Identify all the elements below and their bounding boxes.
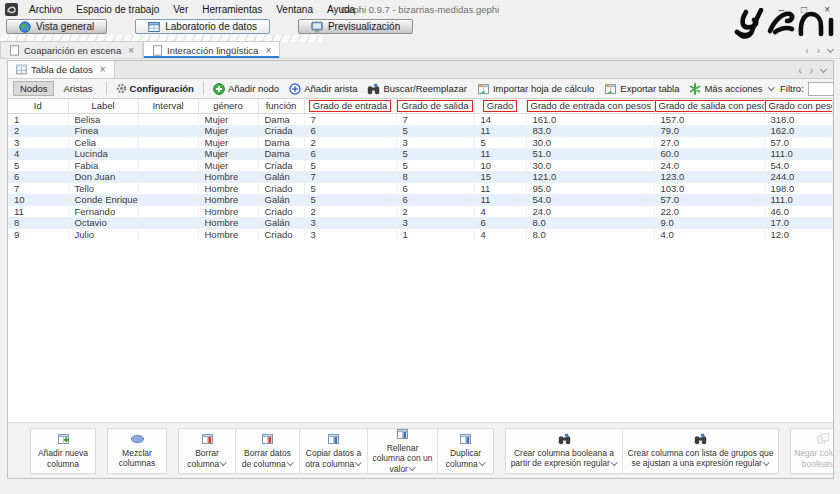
table-cell[interactable]: Hombre [198,229,258,241]
menu-ayuda[interactable]: Ayuda [320,4,362,15]
anadir-nueva-columna-button[interactable]: Añadir nueva columna [31,429,95,473]
table-row[interactable]: 10Conde EnriqueHombreGalán561154.057.011… [8,194,832,206]
table-cell[interactable]: 57.0 [654,194,764,206]
table-cell[interactable]: 5 [474,137,526,149]
chevron-down-icon[interactable] [827,45,834,52]
table-cell[interactable]: Conde Enrique [68,194,138,206]
table-cell[interactable]: 9.0 [654,217,764,229]
table-cell[interactable]: 15 [474,171,526,183]
buscar-reemplazar-button[interactable]: Buscar/Reemplazar [364,81,469,96]
menu-ver[interactable]: Ver [166,4,195,15]
table-cell[interactable] [138,206,198,218]
table-cell[interactable]: Dama [258,148,304,160]
table-cell[interactable]: 11 [474,148,526,160]
close-icon[interactable]: × [265,45,271,56]
table-cell[interactable]: 4 [8,148,68,160]
table-cell[interactable]: 123.0 [654,171,764,183]
column-header-genero[interactable]: género [198,99,258,113]
table-cell[interactable]: 3 [396,137,474,149]
table-cell[interactable]: 6 [8,171,68,183]
panel-tab-tabla-de-datos[interactable]: Tabla de datos× [8,60,115,78]
tab-prev-icon[interactable]: ‹ [805,45,808,56]
column-header-funcion[interactable]: función [258,99,304,113]
table-cell[interactable]: 24.0 [526,206,654,218]
column-header-grado-con-pesos[interactable]: Grado con pesos [764,99,832,113]
table-cell[interactable]: Mujer [198,148,258,160]
tab-next-icon[interactable]: › [810,65,813,76]
maximize-button[interactable]: □ [801,4,807,15]
table-cell[interactable]: 5 [396,125,474,137]
table-cell[interactable]: Criado [258,183,304,195]
table-cell[interactable]: Criada [258,125,304,137]
table-cell[interactable]: 7 [304,171,396,183]
table-cell[interactable]: 162.0 [764,125,832,137]
borrar-columna-button[interactable]: Borrar columna [179,429,235,473]
table-cell[interactable]: Mujer [198,137,258,149]
table-cell[interactable]: 1 [396,229,474,241]
table-cell[interactable]: 5 [304,183,396,195]
table-cell[interactable]: Criado [258,229,304,241]
table-cell[interactable]: 6 [396,183,474,195]
table-cell[interactable]: 103.0 [654,183,764,195]
table-cell[interactable]: 3 [8,137,68,149]
menu-herramientas[interactable]: Herramientas [195,4,269,15]
table-cell[interactable]: 11 [474,194,526,206]
table-cell[interactable]: 8 [8,217,68,229]
table-cell[interactable]: 8.0 [526,217,654,229]
table-cell[interactable] [138,148,198,160]
table-cell[interactable]: Hombre [198,183,258,195]
column-header-grado-de-salida[interactable]: Grado de salida [396,99,474,113]
table-cell[interactable]: 27.0 [654,137,764,149]
table-cell[interactable]: 7 [8,183,68,195]
table-cell[interactable] [138,171,198,183]
crear-columna-con-lista-de-grupos-que-se-ajustan-a-una-expresion-regular-button[interactable]: Crear columna con lista de grupos que se… [622,429,778,473]
table-cell[interactable] [138,113,198,125]
view-button-previsualizacion[interactable]: Previsualización [298,19,413,34]
table-cell[interactable]: 9 [8,229,68,241]
table-cell[interactable]: 121.0 [526,171,654,183]
view-button-vista-general[interactable]: Vista general [6,19,107,34]
table-cell[interactable]: Mujer [198,113,258,125]
menu-espacio-de-trabajo[interactable]: Espacio de trabajo [69,4,166,15]
close-icon[interactable]: × [100,64,106,75]
column-header-label[interactable]: Label [68,99,138,113]
column-header-interval[interactable]: Interval [138,99,198,113]
table-cell[interactable]: Tello [68,183,138,195]
table-row[interactable]: 3CeliaMujerDama23530.027.057.0 [8,137,832,149]
table-cell[interactable] [138,217,198,229]
table-row[interactable]: 2FineaMujerCriada651183.079.0162.0 [8,125,832,137]
table-cell[interactable]: 17.0 [764,217,832,229]
table-cell[interactable]: Finea [68,125,138,137]
menu-archivo[interactable]: Archivo [22,4,69,15]
table-cell[interactable]: Julio [68,229,138,241]
minimize-button[interactable]: – [779,4,785,15]
chevron-down-icon[interactable] [820,65,827,72]
workspace-tab-interaccion-linguistica[interactable]: Interacción lingüística× [143,41,280,58]
table-cell[interactable]: 11 [474,125,526,137]
table-cell[interactable]: 14 [474,113,526,125]
table-cell[interactable] [138,160,198,172]
table-cell[interactable]: 8.0 [526,229,654,241]
configuration-button[interactable]: Configuración [113,82,197,95]
table-cell[interactable]: 11 [474,183,526,195]
table-cell[interactable]: Octavio [68,217,138,229]
table-cell[interactable]: 5 [396,148,474,160]
table-row[interactable]: 7TelloHombreCriado561195.0103.0198.0 [8,183,832,195]
table-cell[interactable]: 2 [304,206,396,218]
table-cell[interactable]: Dama [258,137,304,149]
borrar-datos-de-columna-button[interactable]: Borrar datos de columna [235,429,299,473]
table-cell[interactable]: 4 [474,229,526,241]
table-cell[interactable]: 22.0 [654,206,764,218]
table-row[interactable]: 11FernandoHombreCriado22424.022.046.0 [8,206,832,218]
table-cell[interactable]: 3 [396,217,474,229]
mezclar-columnas-button[interactable]: Mezclar columnas [108,429,166,473]
aristas-toggle[interactable]: Aristas [56,81,99,96]
table-row[interactable]: 1BelisaMujerDama7714161.0157.0318.0 [8,113,832,125]
table-cell[interactable]: 111.0 [764,194,832,206]
menu-ventana[interactable]: Ventana [269,4,320,15]
filter-input[interactable] [808,82,834,96]
table-cell[interactable]: 111.0 [764,148,832,160]
table-cell[interactable]: Lucinda [68,148,138,160]
workspace-tab-coaparicion-en-escena[interactable]: Coaparición en escena× [0,41,143,58]
table-cell[interactable]: 11 [8,206,68,218]
